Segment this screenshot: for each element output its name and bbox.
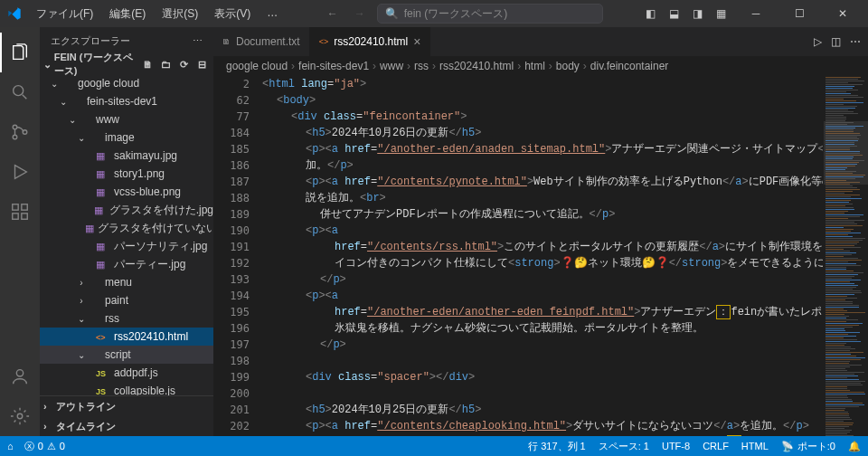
file-item[interactable]: グラスタを付けていない.jpg <box>40 219 213 237</box>
cursor-position-status[interactable]: 行 317、列 1 <box>528 440 586 453</box>
explorer-activity-icon[interactable] <box>0 33 40 72</box>
menu-bar: ファイル(F)編集(E)選択(S)表示(V)… <box>29 3 285 25</box>
breadcrumb[interactable]: google cloud›fein-sites-dev1›www›rss›rss… <box>213 56 868 76</box>
menu-item[interactable]: ファイル(F) <box>29 3 100 25</box>
menu-item[interactable]: 編集(E) <box>102 3 153 25</box>
command-center-search[interactable]: 🔍 fein (ワークスペース) <box>377 4 603 24</box>
svg-rect-6 <box>22 214 27 219</box>
source-control-activity-icon[interactable] <box>0 112 40 152</box>
tree-item-label: パーソナリティ.jpg <box>114 239 207 254</box>
refresh-icon[interactable]: ⟳ <box>175 59 192 71</box>
language-status[interactable]: HTML <box>741 440 769 453</box>
breadcrumb-item[interactable]: rss202410.html <box>439 60 514 72</box>
file-tree: ⌄google cloud⌄fein-sites-dev1⌄www⌄images… <box>40 74 213 395</box>
svg-rect-4 <box>13 204 18 210</box>
search-text: fein (ワークスペース) <box>404 6 508 22</box>
folder-item[interactable]: ›menu <box>40 273 213 291</box>
minimize-button[interactable]: ─ <box>738 0 774 27</box>
menu-item[interactable]: 表示(V) <box>207 3 258 25</box>
problems-status[interactable]: ⓧ0⚠0 <box>24 440 65 453</box>
tree-item-label: story1.png <box>114 167 165 180</box>
file-item[interactable]: rss202410.html <box>40 328 213 346</box>
file-item[interactable]: vcss-blue.png <box>40 183 213 201</box>
breadcrumb-item[interactable]: div.feincontainer <box>590 60 669 72</box>
editor-tab[interactable]: <>rss202410.html× <box>310 27 431 56</box>
folder-item[interactable]: ⌄google cloud <box>40 74 213 92</box>
collapse-icon[interactable]: ⊟ <box>193 59 210 71</box>
tree-item-label: グラスタを付けた.jpg <box>109 203 213 218</box>
extensions-activity-icon[interactable] <box>0 192 40 232</box>
layout-customize-icon[interactable]: ▦ <box>711 4 731 24</box>
layout-panel-left-icon[interactable]: ◧ <box>640 4 660 24</box>
notifications-status[interactable]: 🔔 <box>848 440 861 453</box>
svg-point-8 <box>16 370 23 376</box>
outline-section[interactable]: ›アウトライン <box>40 396 213 416</box>
file-item[interactable]: sakimayu.jpg <box>40 147 213 165</box>
explorer-sidebar: エクスプローラー⋯ ⌄FEIN (ワークスペース) 🗎 🗀 ⟳ ⊟ ⌄googl… <box>40 27 213 436</box>
file-item[interactable]: パーソナリティ.jpg <box>40 237 213 255</box>
remote-status[interactable]: ⌂ <box>7 441 14 451</box>
svg-point-0 <box>14 86 24 96</box>
eol-status[interactable]: CRLF <box>703 440 729 453</box>
folder-item[interactable]: ⌄image <box>40 128 213 147</box>
close-button[interactable]: ✕ <box>825 0 861 27</box>
file-item[interactable]: collapsible.js <box>40 382 213 395</box>
port-status[interactable]: 📡 ポート:0 <box>781 440 835 453</box>
workspace-section-header[interactable]: ⌄FEIN (ワークスペース) 🗎 🗀 ⟳ ⊟ <box>40 54 213 74</box>
layout-panel-bottom-icon[interactable]: ⬓ <box>664 4 684 24</box>
tree-item-label: menu <box>105 276 132 289</box>
breadcrumb-item[interactable]: google cloud <box>226 60 288 72</box>
folder-item[interactable]: ⌄www <box>40 110 213 128</box>
breadcrumb-item[interactable]: body <box>556 60 580 72</box>
menu-item[interactable]: … <box>259 3 285 25</box>
tree-item-label: image <box>105 131 135 144</box>
editor-tabs: 🗎Document.txt<>rss202410.html× ▷ ◫ ⋯ <box>213 27 868 56</box>
folder-item[interactable]: ⌄fein-sites-dev1 <box>40 92 213 110</box>
breadcrumb-item[interactable]: html <box>524 60 545 72</box>
tree-item-label: rss202410.html <box>114 330 188 343</box>
folder-item[interactable]: ⌄rss <box>40 309 213 328</box>
tree-item-label: rss <box>105 312 119 325</box>
editor-tab[interactable]: 🗎Document.txt <box>213 27 310 56</box>
editor-area: 🗎Document.txt<>rss202410.html× ▷ ◫ ⋯ goo… <box>213 27 868 436</box>
file-item[interactable]: パーティー.jpg <box>40 255 213 273</box>
svg-point-2 <box>13 135 17 139</box>
breadcrumb-item[interactable]: rss <box>414 60 429 72</box>
svg-rect-5 <box>13 214 18 219</box>
nav-back-button[interactable]: ← <box>323 4 343 24</box>
tree-item-label: addpdf.js <box>114 366 158 379</box>
titlebar: ファイル(F)編集(E)選択(S)表示(V)… ← → 🔍 fein (ワークス… <box>0 0 868 27</box>
tree-item-label: パーティー.jpg <box>114 257 185 272</box>
accounts-activity-icon[interactable] <box>0 356 40 396</box>
layout-panel-right-icon[interactable]: ◨ <box>687 4 707 24</box>
close-tab-icon[interactable]: × <box>413 34 420 49</box>
more-icon[interactable]: ⋯ <box>850 35 861 48</box>
encoding-status[interactable]: UTF-8 <box>662 440 690 453</box>
sidebar-menu-icon[interactable]: ⋯ <box>193 35 203 47</box>
settings-activity-icon[interactable] <box>0 396 40 436</box>
new-file-icon[interactable]: 🗎 <box>139 59 156 71</box>
breadcrumb-item[interactable]: www <box>380 60 403 72</box>
new-folder-icon[interactable]: 🗀 <box>157 59 174 71</box>
code-editor[interactable]: <html lang="ja"><body><div class="feinco… <box>262 76 823 436</box>
folder-item[interactable]: ⌄script <box>40 346 213 364</box>
breadcrumb-item[interactable]: fein-sites-dev1 <box>298 60 369 72</box>
nav-forward-button[interactable]: → <box>350 4 370 24</box>
tab-label: Document.txt <box>236 35 300 48</box>
file-type-icon: <> <box>319 37 329 46</box>
split-editor-icon[interactable]: ◫ <box>831 35 841 48</box>
file-item[interactable]: addpdf.js <box>40 364 213 382</box>
file-item[interactable]: story1.png <box>40 165 213 183</box>
file-item[interactable]: グラスタを付けた.jpg <box>40 201 213 219</box>
menu-item[interactable]: 選択(S) <box>155 3 205 25</box>
tree-item-label: paint <box>105 294 128 307</box>
indent-status[interactable]: スペース: 1 <box>599 440 649 453</box>
search-activity-icon[interactable] <box>0 72 40 112</box>
run-icon[interactable]: ▷ <box>814 35 822 48</box>
run-debug-activity-icon[interactable] <box>0 152 40 192</box>
line-gutter: 2627718418518618718818919019119219319419… <box>213 76 262 436</box>
folder-item[interactable]: ›paint <box>40 291 213 309</box>
timeline-section[interactable]: ›タイムライン <box>40 416 213 436</box>
maximize-button[interactable]: ☐ <box>781 0 817 27</box>
minimap[interactable] <box>823 76 868 436</box>
